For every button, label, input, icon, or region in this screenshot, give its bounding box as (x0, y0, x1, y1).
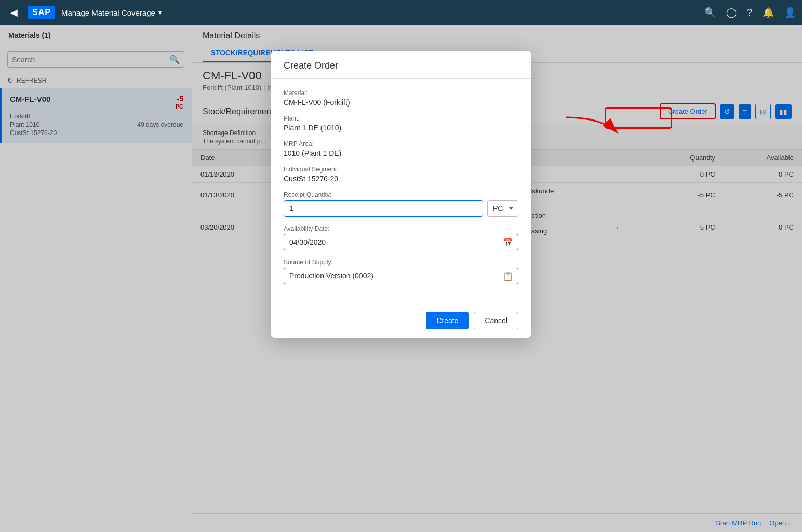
modal-material-value: CM-FL-V00 (Forklift) (284, 98, 518, 107)
modal-segment-field: Individual Segment: CustSt 15276-20 (284, 166, 518, 183)
target-icon[interactable]: ◯ (726, 7, 737, 18)
copy-icon[interactable]: 📋 (503, 271, 513, 281)
modal-footer: Create Cancel (271, 303, 531, 338)
modal-material-field: Material: CM-FL-V00 (Forklift) (284, 89, 518, 107)
modal-mrp-value: 1010 (Plant 1 DE) (284, 149, 518, 157)
notification-icon[interactable]: 🔔 (763, 7, 774, 18)
search-icon[interactable]: 🔍 (704, 7, 716, 18)
user-icon[interactable]: 👤 (784, 7, 796, 18)
modal-segment-value: CustSt 15276-20 (284, 175, 518, 183)
modal-material-label: Material: (284, 89, 518, 97)
arrow-indicator (560, 112, 623, 145)
receipt-qty-input[interactable] (284, 200, 483, 217)
create-button[interactable]: Create (426, 312, 469, 329)
app-title[interactable]: Manage Material Coverage ▾ (61, 8, 162, 17)
modal-receipt-qty-label: Receipt Quantity: (284, 191, 518, 198)
help-icon[interactable]: ? (747, 7, 752, 18)
modal-receipt-qty-field: Receipt Quantity: PC (284, 191, 518, 217)
modal-availability-label: Availability Date: (284, 225, 518, 232)
modal-source-field: Source of Supply: 📋 (284, 259, 518, 284)
modal-title: Create Order (284, 60, 518, 71)
modal-source-label: Source of Supply: (284, 259, 518, 266)
modal-overlay: Create Order Material: CM-FL-V00 (Forkli… (0, 25, 802, 532)
modal-header: Create Order (271, 51, 531, 79)
title-chevron-icon: ▾ (158, 9, 162, 16)
app-header: ◀ SAP Manage Material Coverage ▾ 🔍 ◯ ? 🔔… (0, 0, 802, 25)
modal-plant-value: Plant 1 DE (1010) (284, 124, 518, 132)
back-button[interactable]: ◀ (6, 5, 22, 20)
modal-mrp-field: MRP Area: 1010 (Plant 1 DE) (284, 140, 518, 157)
modal-segment-label: Individual Segment: (284, 166, 518, 173)
receipt-unit-select[interactable]: PC (487, 200, 518, 217)
calendar-icon[interactable]: 📅 (503, 237, 513, 247)
modal-plant-label: Plant: (284, 115, 518, 122)
source-of-supply-input[interactable] (284, 268, 518, 284)
modal-availability-field: Availability Date: 📅 (284, 225, 518, 250)
main-layout: Materials (1) 🔍 ↻ REFRESH CM-FL-V00 -5 P… (0, 25, 802, 532)
cancel-button[interactable]: Cancel (474, 312, 518, 329)
sap-logo: SAP (28, 6, 55, 19)
create-order-modal: Create Order Material: CM-FL-V00 (Forkli… (271, 51, 531, 338)
header-icons: 🔍 ◯ ? 🔔 👤 (704, 7, 796, 18)
availability-date-input[interactable] (284, 234, 518, 250)
modal-mrp-label: MRP Area: (284, 140, 518, 148)
modal-plant-field: Plant: Plant 1 DE (1010) (284, 115, 518, 132)
modal-body: Material: CM-FL-V00 (Forklift) Plant: Pl… (271, 79, 531, 303)
create-order-highlight (605, 107, 672, 129)
